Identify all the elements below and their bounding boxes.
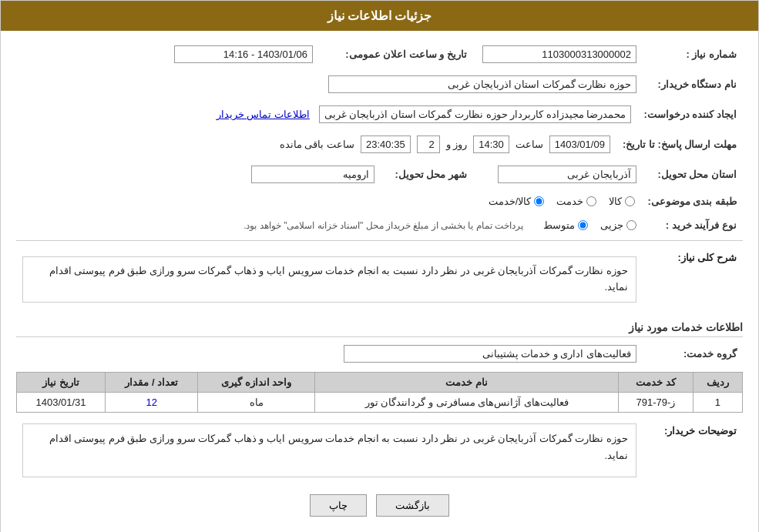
tabaqe-label: طبقه بندی موضوعی: (641, 192, 743, 210)
shomara-niaz-value: 1103000313000002 (482, 45, 636, 63)
mohlat-saat: 23:40:35 (361, 136, 411, 153)
shahr-value: ارومیه (251, 166, 374, 183)
page-header: جزئیات اطلاعات نیاز (1, 1, 758, 31)
col-tedad: تعداد / مقدار (106, 372, 198, 392)
services-table: ردیف کد خدمت نام خدمت واحد اندازه گیری ت… (16, 372, 743, 413)
navea-note: پرداخت تمام یا بخشی از مبلغ خریداز محل "… (243, 220, 523, 231)
jozii-label: جزیی (600, 219, 623, 231)
kala-khedmat-label: کالا/خدمت (489, 196, 532, 207)
khedmat-label: خدمت (556, 196, 583, 207)
radio-kala[interactable]: کالا (609, 196, 635, 207)
tozihat-label: توضیحات خریدار: (664, 425, 737, 437)
mohlat-roz: 2 (417, 136, 440, 153)
gorooh-label: گروه خدمت: (643, 342, 743, 366)
radio-khedmat[interactable]: خدمت (556, 196, 596, 207)
col-vahed: واحد اندازه گیری (198, 372, 315, 392)
mohlat-label: مهلت ارسال پاسخ: تا تاریخ: (616, 132, 743, 156)
ettelaat-khadamat-label: اطلاعات خدمات مورد نیاز (16, 321, 743, 337)
radio-motavaset[interactable]: متوسط (543, 219, 588, 231)
buttons-row: بازگشت چاپ (16, 494, 743, 517)
sharh-koli-label: شرح کلی نیاز: (677, 252, 737, 263)
col-naam-khedmat: نام خدمت (315, 372, 619, 392)
kala-label: کالا (609, 196, 622, 207)
saat-label: ساعت (516, 139, 543, 150)
radio-kala-khedmat[interactable]: کالا/خدمت (489, 196, 545, 207)
col-tarikh: تاریخ نیاز (17, 372, 106, 392)
mohlat-time: 14:30 (473, 136, 509, 153)
baqi-label: ساعت باقی مانده (280, 139, 354, 150)
col-radif: ردیف (693, 372, 742, 392)
ijad-konande-label: ایجاد کننده درخواست: (637, 102, 743, 126)
mohlat-date: 1403/01/09 (549, 136, 610, 153)
roz-label: روز و (446, 139, 468, 150)
motavaset-label: متوسط (543, 219, 575, 231)
shahr-label: شهر محل تحویل: (381, 162, 473, 186)
table-row: 1ز-79-791فعالیت‌های آژانس‌های مسافرتی و … (17, 392, 743, 412)
naam-dasgah-value: حوزه نظارت گمرکات استان اذربایجان غربی (328, 75, 636, 93)
gorooh-value: فعالیت‌های اداری و خدمات پشتیبانی (344, 345, 636, 363)
radio-jozii[interactable]: جزیی (600, 219, 636, 231)
ostan-value: آذربایجان غربی (498, 166, 636, 183)
ostan-label: استان محل تحویل: (643, 162, 743, 186)
shomara-niaz-label: شماره نیاز : (643, 42, 743, 66)
btn-chap[interactable]: چاپ (310, 494, 367, 517)
page-title: جزئیات اطلاعات نیاز (327, 9, 432, 22)
tarikh-elaan-label: تاریخ و ساعت اعلان عمومی: (319, 42, 473, 66)
divider-1 (16, 240, 743, 241)
ettelaat-tamas-link[interactable]: اطلاعات تماس خریدار (217, 109, 310, 120)
navea-farayand-label: نوع فرآیند خرید : (643, 216, 743, 234)
naam-dasgah-label: نام دستگاه خریدار: (643, 72, 743, 96)
btn-bazgasht[interactable]: بازگشت (376, 494, 449, 517)
tozihat-value: حوزه نظارت گمرکات آذربایجان غربی در نظر … (22, 423, 636, 477)
tarikh-elaan-value: 1403/01/06 - 14:16 (174, 45, 313, 63)
ijad-konande-value: محمدرضا مجیدزاده کاربردار حوزه نظارت گمر… (319, 105, 632, 123)
col-kod-khedmat: کد خدمت (619, 372, 693, 392)
sharh-koli-value: حوزه نظارت گمرکات آذربایجان غربی در نظر … (22, 256, 636, 303)
